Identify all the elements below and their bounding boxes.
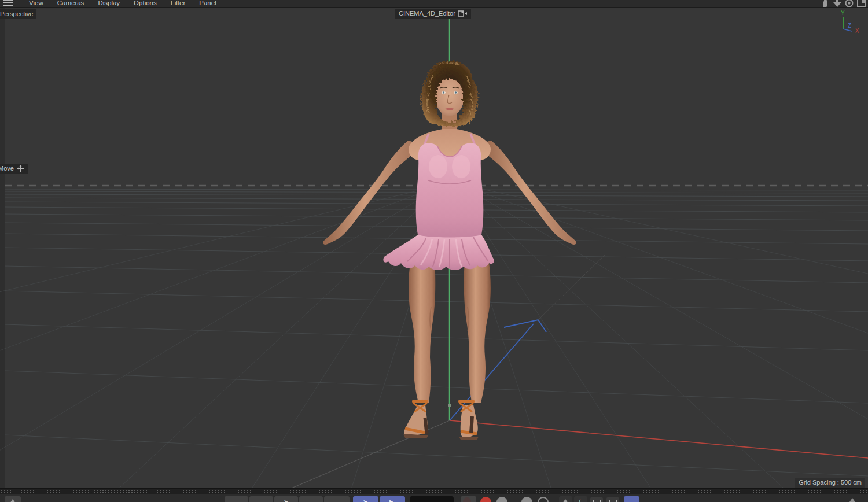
record-button[interactable]: [480, 497, 491, 502]
move-tool-icon: [17, 165, 24, 172]
timeline-ruler[interactable]: [0, 488, 868, 494]
editor-camera-text: CINEMA_4D_Editor: [399, 10, 455, 17]
rotate-orbit-icon[interactable]: [845, 0, 854, 8]
axis-gizmo[interactable]: Y Z X: [836, 6, 866, 34]
prev-key-button[interactable]: [249, 496, 273, 502]
keyframe-selection-button[interactable]: [590, 497, 603, 502]
menu-panel[interactable]: Panel: [199, 0, 216, 8]
key-filter-button-1[interactable]: [559, 496, 572, 502]
axis-handle-dot: [448, 404, 451, 407]
z-axis-arrowhead: [504, 320, 546, 332]
active-tool-text: Move: [0, 165, 14, 172]
timeline-scroll-arrow[interactable]: [849, 498, 855, 502]
record-keyframe-button[interactable]: [461, 496, 476, 502]
current-frame-field[interactable]: [410, 496, 454, 502]
animation-toolbar: ➤ ➤ ▶ ❲: [0, 494, 868, 502]
right-sandal: [458, 400, 479, 440]
jump-end-button[interactable]: [324, 496, 350, 502]
menu-display[interactable]: Display: [98, 0, 120, 8]
key-filter-button-2[interactable]: ❲: [574, 496, 587, 502]
record-scale-button[interactable]: [538, 497, 549, 502]
prev-frame-button[interactable]: ➤: [274, 496, 298, 502]
layout-toggle-icon[interactable]: [857, 0, 866, 8]
menu-view[interactable]: View: [29, 0, 43, 8]
next-frame-button[interactable]: [299, 496, 323, 502]
menu-cameras[interactable]: Cameras: [57, 0, 84, 8]
gizmo-z-label: Z: [848, 23, 851, 29]
gizmo-x-label: X: [855, 28, 859, 34]
ruler-ticks-top: [1, 490, 867, 491]
left-sandal: [403, 400, 428, 438]
timeline-corner-button[interactable]: [5, 496, 21, 502]
viewport-canvas[interactable]: [0, 0, 868, 502]
x-axis-red: [450, 420, 868, 458]
hamburger-icon[interactable]: [1, 0, 15, 8]
ruler-ticks-bottom: [1, 492, 867, 493]
dolly-arrow-icon[interactable]: [833, 0, 841, 8]
grid-spacing-label: Grid Spacing : 500 cm: [795, 478, 865, 488]
editor-camera-label[interactable]: CINEMA_4D_Editor: [395, 9, 471, 19]
dress-skirt: [383, 235, 494, 270]
play-forward-button-active[interactable]: ▶: [380, 496, 405, 502]
keyframe-options-button[interactable]: [606, 497, 619, 502]
active-tool-label: Move: [0, 164, 28, 174]
viewport-menu-bar: View Cameras Display Options Filter Pane…: [0, 0, 868, 8]
record-rotation-button[interactable]: [521, 497, 532, 502]
camera-toggle-icon: [458, 10, 468, 17]
gizmo-y-label: Y: [841, 10, 845, 16]
jump-start-button[interactable]: [225, 496, 248, 502]
menu-options[interactable]: Options: [134, 0, 157, 8]
record-position-button[interactable]: [496, 497, 507, 502]
pan-hand-icon[interactable]: [821, 0, 830, 8]
play-backward-button-active[interactable]: ➤: [353, 496, 378, 502]
autokey-button-active[interactable]: [624, 496, 639, 502]
menu-filter[interactable]: Filter: [171, 0, 186, 8]
camera-mode-label[interactable]: Perspective: [0, 9, 36, 19]
